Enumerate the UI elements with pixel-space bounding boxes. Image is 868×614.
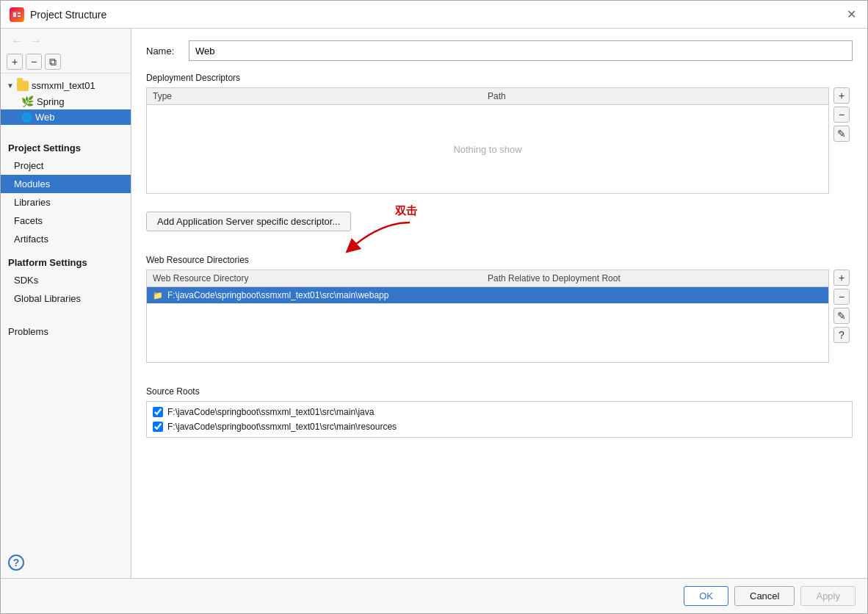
deployment-descriptors-label: Deployment Descriptors — [146, 73, 853, 83]
web-resource-dir-cell: F:\javaCode\springboot\ssmxml_text01\src… — [167, 290, 495, 300]
add-descriptor-label: Add Application Server specific descript… — [157, 216, 340, 227]
name-row: Name: — [146, 40, 853, 61]
web-resource-table-body: 📁 F:\javaCode\springboot\ssmxml_text01\s… — [147, 287, 828, 303]
web-resource-path-header: Path Relative to Deployment Root — [488, 273, 822, 283]
source-root-checkbox-1[interactable] — [153, 407, 163, 417]
source-roots-section: Source Roots F:\javaCode\springboot\ssmx… — [146, 386, 853, 438]
nav-back-forward: ← → — [1, 29, 131, 51]
web-resource-table: Web Resource Directory Path Relative to … — [146, 270, 829, 363]
web-resource-dir-header: Web Resource Directory — [153, 273, 488, 283]
tree-project-label: ssmxml_text01 — [32, 80, 95, 91]
tree-web-label: Web — [35, 112, 55, 123]
annotation-container: 双击 — [395, 204, 417, 218]
sidebar-item-artifacts[interactable]: Artifacts — [1, 230, 131, 248]
deployment-table: Type Path Nothing to show — [146, 87, 829, 194]
web-resource-folder-icon: 📁 — [153, 291, 163, 300]
sidebar-item-project[interactable]: Project — [1, 156, 131, 175]
svg-rect-3 — [18, 15, 21, 17]
deployment-table-body: Nothing to show — [147, 105, 828, 193]
sidebar-item-sdks[interactable]: SDKs — [1, 271, 131, 289]
title-bar-left: Project Structure — [10, 7, 106, 22]
module-tree: ▼ ssmxml_text01 🌿 Spring 🌐 Web — [1, 73, 131, 129]
deployment-edit-button[interactable]: ✎ — [833, 126, 850, 142]
annotation-arrow — [336, 219, 424, 263]
sidebar-footer: ? — [1, 547, 131, 578]
web-resource-empty-space — [147, 303, 828, 362]
tree-project-node[interactable]: ▼ ssmxml_text01 — [1, 78, 131, 93]
main-content: ← → + − ⧉ ▼ ssmxml_text01 🌿 Spring — [1, 29, 867, 578]
web-resource-table-wrapper: Web Resource Directory Path Relative to … — [146, 270, 829, 372]
sidebar-item-modules[interactable]: Modules — [1, 175, 131, 193]
source-root-checkbox-2[interactable] — [153, 422, 163, 432]
path-column-header: Path — [488, 91, 822, 101]
ok-button[interactable]: OK — [684, 586, 728, 606]
sidebar-sections: Project Settings Project Modules Librari… — [1, 137, 131, 341]
source-root-path-2: F:\javaCode\springboot\ssmxml_text01\src… — [167, 422, 397, 432]
sidebar-item-facets[interactable]: Facets — [1, 212, 131, 230]
web-resource-row[interactable]: 📁 F:\javaCode\springboot\ssmxml_text01\s… — [147, 287, 828, 303]
apply-button[interactable]: Apply — [800, 586, 856, 606]
folder-icon — [17, 81, 29, 91]
web-resource-dirs-label: Web Resource Directories — [146, 255, 853, 265]
deployment-table-wrapper: Type Path Nothing to show + − ✎ — [146, 87, 829, 203]
spring-icon: 🌿 — [21, 95, 34, 107]
dialog-footer: OK Cancel Apply — [1, 578, 867, 613]
source-root-row-2: F:\javaCode\springboot\ssmxml_text01\src… — [147, 419, 852, 434]
sidebar-item-libraries[interactable]: Libraries — [1, 193, 131, 212]
source-roots-table: F:\javaCode\springboot\ssmxml_text01\src… — [146, 401, 853, 438]
close-button[interactable]: ✕ — [844, 7, 858, 22]
sidebar-item-problems[interactable]: Problems — [1, 322, 131, 341]
web-icon: 🌐 — [21, 112, 32, 123]
sidebar-item-global-libraries[interactable]: Global Libraries — [1, 289, 131, 308]
content-area: Name: Deployment Descriptors Type Path N… — [131, 29, 867, 578]
platform-settings-label: Platform Settings — [1, 248, 131, 271]
back-button[interactable]: ← — [8, 33, 26, 49]
app-icon — [10, 7, 24, 22]
sidebar-problems-section: Problems — [1, 322, 131, 341]
copy-module-button[interactable]: ⧉ — [45, 54, 61, 70]
web-resource-side-buttons: + − ✎ ? — [833, 270, 850, 343]
deployment-side-buttons: + − ✎ — [833, 87, 850, 142]
web-resource-remove-button[interactable]: − — [833, 289, 850, 305]
web-resource-add-button[interactable]: + — [833, 270, 850, 286]
source-root-path-1: F:\javaCode\springboot\ssmxml_text01\src… — [167, 407, 374, 417]
project-settings-label: Project Settings — [1, 137, 131, 156]
type-column-header: Type — [153, 91, 488, 101]
project-structure-dialog: Project Structure ✕ ← → + − ⧉ ▼ ssmxml_t… — [0, 0, 868, 614]
web-resource-edit-button[interactable]: ✎ — [833, 308, 850, 324]
title-bar: Project Structure ✕ — [1, 1, 867, 29]
add-descriptor-button[interactable]: Add Application Server specific descript… — [146, 212, 351, 231]
forward-button[interactable]: → — [27, 33, 45, 49]
svg-rect-1 — [13, 12, 16, 17]
name-label: Name: — [146, 46, 183, 57]
tree-web-node[interactable]: 🌐 Web — [1, 109, 131, 125]
web-resource-table-header: Web Resource Directory Path Relative to … — [147, 270, 828, 287]
tree-spring-node[interactable]: 🌿 Spring — [1, 93, 131, 109]
tree-spring-label: Spring — [37, 96, 65, 107]
tree-arrow: ▼ — [7, 82, 14, 90]
deployment-table-header: Type Path — [147, 88, 828, 105]
svg-rect-2 — [18, 12, 21, 14]
doubleclick-annotation: 双击 — [395, 204, 417, 217]
deployment-remove-button[interactable]: − — [833, 106, 850, 123]
dialog-title: Project Structure — [30, 9, 106, 21]
source-roots-label: Source Roots — [146, 386, 853, 397]
web-resource-help-button[interactable]: ? — [833, 327, 850, 343]
deployment-add-button[interactable]: + — [833, 87, 850, 104]
remove-module-button[interactable]: − — [26, 54, 42, 70]
nothing-to-show: Nothing to show — [453, 144, 521, 155]
name-input[interactable] — [189, 40, 853, 61]
add-module-button[interactable]: + — [7, 54, 23, 70]
tree-toolbar: + − ⧉ — [1, 51, 131, 73]
help-button[interactable]: ? — [8, 555, 24, 571]
add-descriptor-row: Add Application Server specific descript… — [146, 212, 853, 243]
sidebar: ← → + − ⧉ ▼ ssmxml_text01 🌿 Spring — [1, 29, 131, 578]
cancel-button[interactable]: Cancel — [734, 586, 795, 606]
source-root-row-1: F:\javaCode\springboot\ssmxml_text01\src… — [147, 405, 852, 419]
